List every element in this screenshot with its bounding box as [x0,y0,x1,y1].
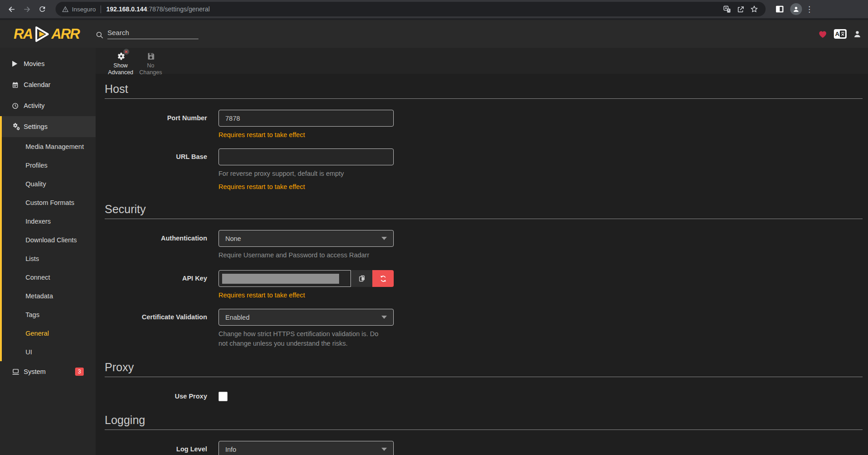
profile-avatar-icon [792,5,800,13]
api-key-input[interactable] [218,270,351,287]
api-key-row: API Key [105,270,863,299]
section-logging: Logging Log Level Info [105,413,863,455]
translate-badge-icon[interactable]: A [834,29,847,39]
sidebar-item-system[interactable]: System 3 [0,361,96,382]
side-panel-button[interactable] [772,1,787,17]
profile-avatar[interactable] [790,3,802,15]
url-base-input[interactable] [218,148,394,165]
warning-triangle-icon [62,6,69,13]
forward-button[interactable] [19,1,35,17]
sidebar-settings-block: Settings Media Management Profiles Quali… [0,116,96,361]
log-level-label: Log Level [105,441,218,455]
log-level-select[interactable]: Info [218,441,394,455]
authentication-select[interactable]: None [218,230,394,247]
share-icon [737,5,745,13]
sidebar-item-movies[interactable]: Movies [0,53,96,74]
port-number-input[interactable] [218,110,394,127]
save-floppy-icon [147,51,155,61]
certificate-validation-helper: Change how strict HTTPS certification va… [218,329,385,348]
section-proxy: Proxy Use Proxy [105,360,863,401]
certificate-validation-row: Certificate Validation Enabled Change ho… [105,309,863,348]
share-button[interactable] [734,2,747,16]
url-base-row: URL Base For reverse proxy support, defa… [105,148,863,190]
logo-text-right: ARR [51,27,79,41]
authentication-helper: Require Username and Password to access … [218,251,385,260]
use-proxy-checkbox[interactable] [218,392,228,401]
sidebar-item-profiles[interactable]: Profiles [2,156,96,174]
log-level-row: Log Level Info [105,441,863,455]
url-base-label: URL Base [105,148,218,190]
use-proxy-label: Use Proxy [105,388,218,401]
api-key-redacted-value [222,274,339,284]
header-actions: A [818,29,868,39]
port-restart-warning: Requires restart to take effect [218,131,394,138]
translate-icon [723,5,731,13]
section-title-proxy: Proxy [105,360,863,374]
certificate-validation-select[interactable]: Enabled [218,309,394,326]
user-icon[interactable] [853,30,862,38]
url-base-helper: For reverse proxy support, default is em… [218,169,385,179]
browser-toolbar: Inseguro 192.168.0.144:7878/settings/gen… [0,0,868,20]
sidebar-item-media-management[interactable]: Media Management [2,137,96,156]
sidebar-item-general[interactable]: General [2,324,96,343]
api-key-restart-warning: Requires restart to take effect [218,291,394,299]
sidebar-item-lists[interactable]: Lists [2,249,96,268]
copy-api-key-button[interactable] [351,270,372,287]
sidebar-item-settings[interactable]: Settings [2,116,96,137]
sidebar-item-metadata[interactable]: Metadata [2,286,96,305]
calendar-icon [12,82,24,88]
radarr-logo[interactable]: RA ARR [0,26,96,43]
system-health-badge: 3 [75,368,84,376]
authentication-row: Authentication None Require Username and… [105,230,863,260]
search-bar [96,28,198,40]
port-number-row: Port Number Requires restart to take eff… [105,110,863,138]
reload-icon [38,5,46,13]
back-icon [7,5,16,14]
translate-button[interactable] [720,2,734,16]
heart-icon[interactable] [818,30,827,38]
side-panel-icon [775,5,784,13]
copy-icon [358,275,365,282]
reload-button[interactable] [35,1,50,17]
sidebar-item-activity[interactable]: Activity [0,95,96,116]
certificate-validation-label: Certificate Validation [105,309,218,348]
regenerate-api-key-button[interactable] [372,270,394,287]
clock-icon [12,102,24,109]
security-chip[interactable]: Inseguro [72,6,96,13]
chevron-down-icon [381,237,387,240]
sidebar-item-connect[interactable]: Connect [2,268,96,286]
use-proxy-row: Use Proxy [105,388,863,401]
address-bar[interactable]: Inseguro 192.168.0.144:7878/settings/gen… [56,2,766,16]
page-url[interactable]: 192.168.0.144:7878/settings/general [107,5,210,13]
logo-text-left: RA [14,27,32,41]
back-button[interactable] [4,1,19,17]
sidebar-item-custom-formats[interactable]: Custom Formats [2,193,96,212]
star-icon [750,5,758,13]
section-title-host: Host [105,82,863,96]
chip-separator [101,5,101,13]
show-advanced-button[interactable]: ✕ Show Advanced [107,51,135,76]
sidebar-item-indexers[interactable]: Indexers [2,212,96,230]
section-host: Host Port Number Requires restart to tak… [105,82,863,190]
api-key-label: API Key [105,270,218,299]
kebab-menu-icon[interactable]: ⋮ [805,5,814,14]
save-changes-button[interactable]: No Changes [137,51,165,76]
port-number-label: Port Number [105,110,218,138]
section-title-security: Security [105,202,863,216]
radarr-play-logo-icon [34,26,50,43]
chevron-down-icon [381,448,387,451]
sidebar-item-quality[interactable]: Quality [2,174,96,193]
browser-actions: ⋮ [770,1,816,17]
play-icon [12,61,24,67]
search-input[interactable] [107,28,198,39]
bookmark-button[interactable] [747,2,761,16]
sidebar-item-download-clients[interactable]: Download Clients [2,230,96,249]
sidebar-item-ui[interactable]: UI [2,343,96,361]
forward-icon [23,5,31,14]
sidebar-item-calendar[interactable]: Calendar [0,74,96,95]
page-toolbar: ✕ Show Advanced No [96,48,868,74]
advanced-x-badge: ✕ [123,49,129,55]
settings-form: Host Port Number Requires restart to tak… [96,74,868,455]
sidebar-item-tags[interactable]: Tags [2,305,96,324]
section-title-logging: Logging [105,413,863,427]
